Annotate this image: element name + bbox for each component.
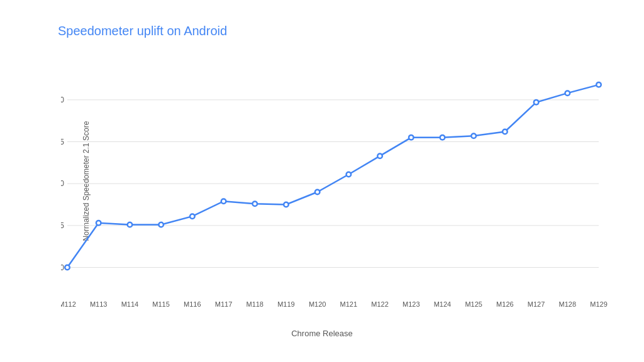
svg-point-11 [66,266,69,269]
svg-point-50 [472,134,475,138]
svg-text:1.25: 1.25 [61,221,64,230]
svg-point-41 [379,155,382,158]
svg-point-53 [503,130,506,133]
chart-container: Speedometer uplift on Android Normalized… [20,18,624,344]
chart-title: Speedometer uplift on Android [58,24,227,38]
svg-text:M117: M117 [215,300,233,307]
svg-text:M129: M129 [590,300,608,307]
svg-text:M119: M119 [277,300,295,307]
svg-text:M120: M120 [309,300,326,307]
svg-point-59 [566,92,569,95]
svg-text:M125: M125 [465,300,482,307]
svg-text:M124: M124 [434,300,452,307]
svg-text:1.75: 1.75 [61,138,64,146]
svg-point-17 [128,223,131,226]
svg-point-23 [191,215,194,218]
svg-text:1.00: 1.00 [61,263,64,272]
svg-point-14 [97,221,100,224]
svg-point-35 [316,190,319,194]
svg-text:M123: M123 [402,300,420,307]
svg-point-32 [284,203,287,206]
chart-svg: 1.001.251.501.752.00M112M113M114M115M116… [61,52,611,307]
svg-text:M127: M127 [528,300,545,307]
svg-point-47 [441,136,444,139]
svg-point-26 [222,200,225,203]
svg-text:M126: M126 [496,300,514,307]
svg-text:M128: M128 [559,300,577,307]
svg-text:M114: M114 [121,300,139,307]
x-axis-label: Chrome Release [291,329,353,338]
svg-point-29 [253,202,257,206]
svg-text:M118: M118 [246,300,264,307]
svg-point-62 [597,83,601,86]
svg-text:M116: M116 [184,300,201,307]
svg-text:M121: M121 [340,300,358,307]
svg-text:M122: M122 [371,300,389,307]
svg-point-56 [535,101,538,104]
svg-text:M113: M113 [90,300,108,307]
svg-point-38 [347,173,350,176]
svg-point-44 [409,136,413,139]
svg-point-20 [160,223,163,226]
svg-text:1.50: 1.50 [61,179,64,188]
svg-text:M115: M115 [152,300,170,307]
svg-text:M112: M112 [61,300,76,307]
svg-text:2.00: 2.00 [61,96,64,104]
